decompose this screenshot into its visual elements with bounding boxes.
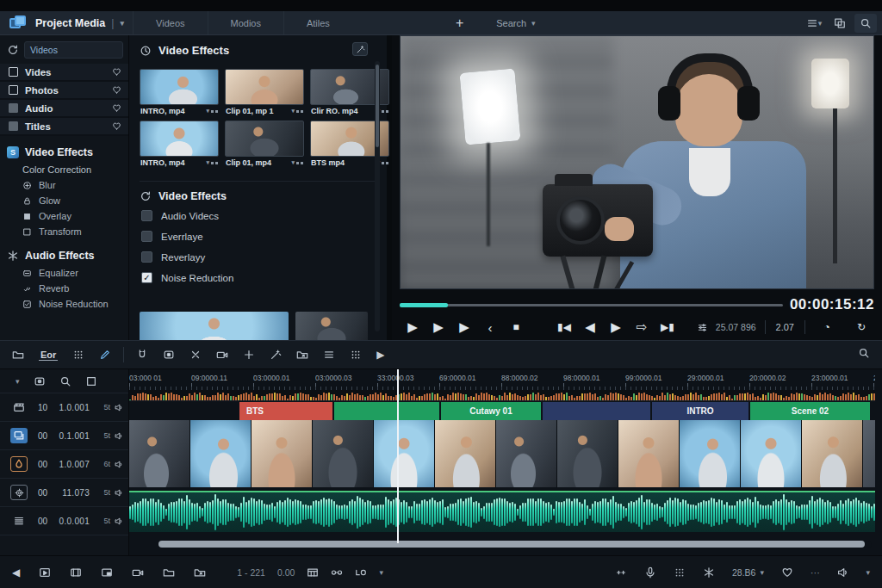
clip-thumbnail[interactable] [225, 121, 304, 157]
timeline-scrollbar[interactable] [158, 541, 872, 548]
back-icon[interactable]: ◀ [12, 566, 20, 579]
app-icon[interactable] [9, 15, 27, 30]
panels-button[interactable] [829, 14, 851, 33]
option-everlaye[interactable]: Everrlaye [140, 223, 378, 244]
search-button[interactable] [854, 14, 877, 33]
timeline-clip[interactable] [129, 402, 239, 420]
play-button[interactable]: ▶ [400, 319, 425, 335]
timeline-thumbnail[interactable] [252, 420, 313, 487]
camera-icon[interactable] [132, 566, 144, 579]
play-icon[interactable]: ▶ [376, 349, 384, 361]
record-icon[interactable] [163, 349, 175, 361]
search-icon[interactable] [59, 375, 71, 387]
project-media-menu[interactable]: Project Media | ▾ [35, 17, 133, 29]
media-scrollbar[interactable] [375, 61, 380, 331]
record-icon[interactable] [34, 375, 46, 387]
sliders-icon[interactable] [698, 323, 707, 332]
library-select[interactable]: Videos [24, 41, 123, 59]
sidebar-item-videos[interactable]: Vides [0, 64, 128, 82]
skip-to-end-button[interactable]: ▶▮ [655, 321, 680, 333]
scenes-icon[interactable] [70, 566, 82, 579]
pencil-icon[interactable] [99, 349, 111, 361]
clip-thumbnail[interactable] [295, 312, 368, 340]
timeline-clip-bts[interactable]: BTS [239, 402, 334, 420]
stop-button[interactable]: ■ [503, 321, 529, 333]
preview-play-icon[interactable] [39, 566, 51, 579]
timeline-clip-cutaway[interactable]: Cutawy 01 [441, 402, 543, 420]
zoom-select[interactable]: 28.B6 ▾ [732, 567, 764, 578]
sidebar-item-photos[interactable]: Photos [0, 82, 128, 100]
mode-label[interactable]: Eor [39, 350, 58, 361]
favorite-icon[interactable] [781, 566, 793, 579]
timeline-thumbnail[interactable] [557, 420, 618, 487]
effects-flower-icon[interactable] [703, 566, 715, 579]
effect-equalizer[interactable]: Equalizer [0, 265, 128, 281]
track-row-color[interactable]: 00 1.0.007 6t [0, 450, 128, 479]
effect-noise-reduction[interactable]: Noise Reduction [0, 296, 128, 312]
time-ruler[interactable]: 03:000 0109:0000.1103:0000.0103:0000.033… [129, 369, 875, 390]
speaker-icon[interactable] [836, 566, 848, 579]
timeline-thumbnail[interactable] [190, 420, 252, 487]
video-track-thumbnails[interactable] [129, 420, 875, 487]
camera-icon[interactable] [216, 349, 228, 361]
track-row-overlay[interactable]: 00 0.1.001 5t [0, 422, 128, 450]
audio-waveform[interactable] [129, 491, 875, 532]
timeline-clip-intro[interactable]: INTRO [652, 402, 750, 420]
chevron-down-icon[interactable]: ▾ [866, 568, 870, 577]
media-clip[interactable]: Clip 01, mp 1 ▾ [225, 69, 304, 121]
previous-frame-button[interactable]: ‹ [477, 320, 503, 335]
clip-thumbnail[interactable] [140, 121, 219, 157]
preview-video[interactable] [400, 35, 874, 289]
checkbox[interactable] [141, 251, 152, 263]
panel-options-button[interactable] [352, 42, 368, 56]
list-view-button[interactable]: ▾ [803, 14, 825, 33]
table-icon[interactable] [307, 566, 319, 579]
clip-more-icon[interactable]: ▾ [291, 159, 303, 166]
heart-icon[interactable] [112, 121, 121, 131]
link-icon[interactable] [331, 566, 343, 579]
gauge-icon[interactable]: ◔ [814, 321, 840, 333]
clip-thumbnail[interactable] [225, 69, 304, 105]
effect-overlay[interactable]: Overlay [0, 208, 128, 224]
checkbox[interactable] [141, 231, 152, 242]
clip-more-icon[interactable]: ▾ [291, 108, 303, 115]
mic-icon[interactable] [644, 566, 656, 579]
timeline-thumbnail[interactable] [741, 420, 802, 487]
add-marker-icon[interactable] [243, 349, 255, 361]
menu-icon[interactable] [323, 349, 335, 361]
speaker-icon[interactable] [114, 517, 123, 526]
timeline-thumbnail[interactable] [374, 420, 435, 487]
speaker-icon[interactable] [114, 460, 123, 469]
export-folder-icon[interactable] [296, 349, 308, 361]
timeline-thumbnail[interactable] [680, 420, 741, 487]
magnet-icon[interactable] [136, 349, 148, 361]
heart-icon[interactable] [112, 85, 121, 95]
clip-more-icon[interactable]: ▾ [206, 159, 218, 166]
frame-icon[interactable] [85, 375, 97, 387]
play-forward-button[interactable]: ▶ [603, 319, 629, 335]
clip-thumbnail[interactable] [140, 312, 289, 340]
checkbox-checked[interactable]: ✓ [141, 272, 152, 283]
timeline-thumbnail[interactable] [313, 420, 374, 487]
tab-atiles[interactable]: Atiles [283, 11, 352, 34]
pip-icon[interactable] [101, 566, 113, 579]
magic-wand-icon[interactable] [270, 349, 282, 361]
media-clip[interactable]: INTRO, mp4 ▾ [140, 69, 219, 121]
checkbox[interactable] [141, 210, 152, 221]
effect-blur[interactable]: Blur [0, 177, 128, 193]
timeline-clip-scene02[interactable]: Scene 02 [750, 402, 872, 420]
track-row-settings[interactable]: 00 11.073 5t [0, 479, 128, 507]
trim-icon[interactable] [355, 566, 367, 579]
track-row-subtitles[interactable]: 00 0.0.001 5t [0, 507, 128, 535]
more-icon[interactable]: ⋯ [811, 567, 820, 578]
option-reverlay[interactable]: Reverlayy [140, 244, 378, 264]
timeline-thumbnail[interactable] [618, 420, 680, 487]
chevron-down-icon[interactable]: ▾ [16, 377, 20, 386]
skip-to-start-button[interactable]: ▮◀ [551, 321, 577, 333]
timeline-thumbnail[interactable] [496, 420, 557, 487]
audio-effects-header[interactable]: Audio Effects [0, 239, 128, 265]
speaker-icon[interactable] [114, 431, 123, 441]
track-row-video[interactable]: 10 1.0.001 5t [0, 393, 128, 422]
playhead[interactable] [397, 369, 399, 543]
folder-icon[interactable] [12, 349, 24, 361]
